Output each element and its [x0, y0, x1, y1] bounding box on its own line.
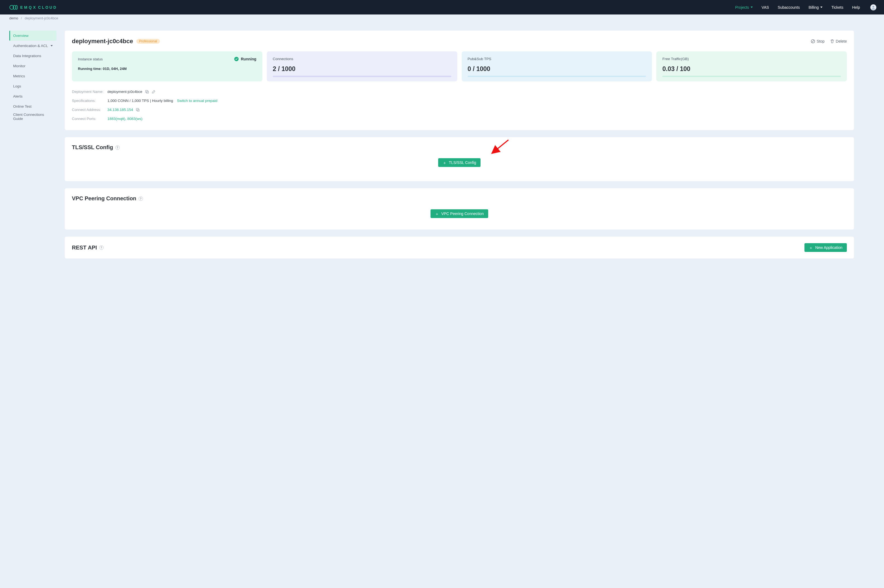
card-instance-status: Instance status Running Running time: 01… — [72, 51, 263, 81]
overview-panel: deployment-jc0c4bce Professional Stop De… — [65, 31, 854, 130]
tls-config-button[interactable]: ＋ TLS/SSL Config — [438, 158, 480, 167]
tls-title: TLS/SSL Config — [72, 144, 113, 150]
sidebar-item-logs[interactable]: Logs — [9, 81, 57, 91]
nav-subaccounts[interactable]: Subaccounts — [777, 5, 800, 10]
chevron-down-icon — [51, 45, 53, 46]
label-connect-ports: Connect Ports: — [72, 117, 107, 121]
sidebar-item-integrations[interactable]: Data Integrations — [9, 51, 57, 61]
connections-value: 2 / 1000 — [273, 65, 451, 73]
svg-point-4 — [872, 6, 874, 8]
value-connect-address: 34.138.185.154 — [107, 108, 133, 112]
sidebar-item-metrics[interactable]: Metrics — [9, 71, 57, 81]
traffic-label: Free Traffic(GB) — [662, 57, 841, 61]
chevron-down-icon — [820, 6, 822, 8]
svg-rect-10 — [136, 108, 138, 110]
sidebar: Overview Authentication & ACL Data Integ… — [0, 31, 65, 258]
running-time-label: Running time: — [78, 67, 102, 71]
help-icon[interactable]: ? — [116, 146, 120, 150]
svg-rect-9 — [137, 109, 139, 111]
sidebar-item-auth[interactable]: Authentication & ACL — [9, 41, 57, 51]
plan-badge: Professional — [137, 39, 160, 44]
stop-button[interactable]: Stop — [811, 39, 825, 44]
nav-projects[interactable]: Projects — [735, 5, 753, 10]
tps-bar — [468, 76, 646, 77]
nav-tickets[interactable]: Tickets — [831, 5, 843, 10]
svg-rect-7 — [146, 91, 149, 93]
nav-items: Projects VAS Subaccounts Billing Tickets… — [735, 4, 876, 10]
nav-vas[interactable]: VAS — [761, 5, 769, 10]
copy-name-button[interactable] — [145, 90, 149, 94]
sidebar-item-client-guide[interactable]: Client Connections Guide — [9, 111, 57, 122]
tls-panel: TLS/SSL Config ? ＋ TLS/SSL Config — [65, 137, 854, 181]
svg-rect-8 — [146, 90, 148, 92]
breadcrumb-root[interactable]: demo — [9, 16, 18, 20]
copy-address-button[interactable] — [136, 108, 140, 112]
sidebar-item-monitor[interactable]: Monitor — [9, 61, 57, 71]
switch-prepaid-link[interactable]: Switch to annual prepaid — [177, 99, 217, 103]
plus-icon: ＋ — [435, 212, 439, 216]
avatar[interactable] — [870, 4, 876, 10]
label-deployment-name: Deployment Name: — [72, 90, 107, 94]
logo-mark-icon — [9, 5, 18, 10]
traffic-value: 0.03 / 100 — [662, 65, 841, 73]
edit-name-button[interactable] — [152, 90, 156, 94]
help-icon[interactable]: ? — [99, 245, 104, 250]
stop-icon — [811, 39, 815, 44]
tps-value: 0 / 1000 — [468, 65, 646, 73]
value-connect-ports: 1883(mqtt), 8083(ws) — [107, 117, 143, 121]
top-nav: EMQXCLOUD Projects VAS Subaccounts Billi… — [0, 0, 884, 15]
api-title: REST API — [72, 244, 97, 251]
status-ok-icon — [234, 57, 239, 61]
deployment-title: deployment-jc0c4bce — [72, 38, 133, 45]
trash-icon — [830, 39, 834, 44]
new-application-button[interactable]: ＋ New Application — [804, 243, 847, 252]
sidebar-item-online-test[interactable]: Online Test — [9, 101, 57, 111]
svg-line-6 — [812, 40, 814, 42]
value-specifications: 1,000 CONN / 1,000 TPS | Hourly billing — [107, 99, 173, 103]
plus-icon: ＋ — [809, 246, 813, 250]
vpc-title: VPC Peering Connection — [72, 195, 137, 202]
connections-bar — [273, 76, 451, 77]
chevron-down-icon — [750, 6, 753, 8]
plus-icon: ＋ — [443, 160, 447, 165]
sidebar-item-alerts[interactable]: Alerts — [9, 91, 57, 101]
nav-billing[interactable]: Billing — [809, 5, 822, 10]
breadcrumb-current: deployment-jc0c4bce — [25, 16, 58, 20]
connections-label: Connections — [273, 57, 451, 61]
vpc-peering-button[interactable]: ＋ VPC Peering Connection — [431, 209, 488, 218]
sidebar-item-overview[interactable]: Overview — [9, 31, 57, 41]
vpc-panel: VPC Peering Connection ? ＋ VPC Peering C… — [65, 188, 854, 230]
label-connect-address: Connect Address: — [72, 108, 107, 112]
label-specifications: Specifications: — [72, 99, 107, 103]
svg-point-2 — [16, 5, 17, 9]
traffic-bar — [662, 76, 841, 77]
brand-logo[interactable]: EMQXCLOUD — [9, 5, 57, 10]
running-time-value: 01D, 04H, 24M — [103, 67, 126, 71]
nav-help[interactable]: Help — [852, 5, 860, 10]
card-connections: Connections 2 / 1000 — [267, 51, 457, 81]
help-icon[interactable]: ? — [139, 196, 143, 201]
card-tps: Pub&Sub TPS 0 / 1000 — [462, 51, 652, 81]
delete-button[interactable]: Delete — [830, 39, 847, 44]
rest-api-panel: REST API ? ＋ New Application — [65, 237, 854, 258]
tps-label: Pub&Sub TPS — [468, 57, 646, 61]
brand-text: EMQXCLOUD — [20, 5, 57, 10]
value-deployment-name: deployment-jc0c4bce — [107, 90, 143, 94]
breadcrumb: demo / deployment-jc0c4bce — [0, 15, 884, 22]
status-label: Instance status — [78, 57, 103, 61]
status-value: Running — [241, 57, 257, 61]
breadcrumb-sep: / — [21, 16, 22, 20]
card-traffic: Free Traffic(GB) 0.03 / 100 — [656, 51, 847, 81]
